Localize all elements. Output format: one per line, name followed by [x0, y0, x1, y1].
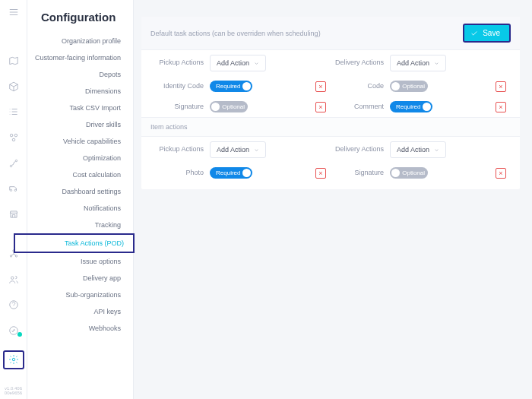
nav-task-csv[interactable]: Task CSV Import	[27, 100, 133, 116]
nav-depots[interactable]: Depots	[27, 66, 133, 83]
comment-label: Comment	[331, 103, 384, 111]
nav-notifications[interactable]: Notifications	[27, 200, 133, 217]
nav-optimization[interactable]: Optimization	[27, 150, 133, 166]
nav-dashboard-settings[interactable]: Dashboard settings	[27, 183, 133, 200]
delete-item-signature[interactable]: ×	[496, 168, 506, 179]
add-pickup-action-dropdown[interactable]: Add Action	[210, 55, 266, 71]
delivery-actions-label: Delivery Actions	[331, 59, 384, 67]
add-item-pickup-action-dropdown[interactable]: Add Action	[210, 141, 266, 158]
route-icon[interactable]	[7, 157, 21, 169]
settings-icon[interactable]	[3, 350, 24, 369]
vehicle-icon[interactable]	[7, 183, 21, 195]
delete-comment[interactable]: ×	[496, 102, 506, 112]
list-icon[interactable]	[7, 106, 21, 118]
item-signature-toggle[interactable]: Optional	[390, 167, 428, 179]
svg-point-2	[12, 138, 15, 141]
nav-task-actions-pod[interactable]: Task Actions (POD)	[14, 233, 135, 253]
notification-dot	[17, 332, 22, 337]
page-title: Configuration	[27, 0, 133, 33]
map-icon[interactable]	[7, 55, 21, 67]
nav-cost-calculation[interactable]: Cost calculation	[27, 166, 133, 183]
check-icon	[470, 30, 478, 37]
svg-point-1	[14, 134, 17, 137]
comment-toggle[interactable]: Required	[390, 101, 432, 112]
config-sidebar: Configuration Organization profile Custo…	[27, 0, 134, 399]
identity-code-toggle[interactable]: Required	[210, 81, 252, 92]
help-icon[interactable]	[7, 299, 21, 311]
task-actions-panel: Default task actions (can be overriden w…	[141, 17, 520, 189]
pickup-actions-label: Pickup Actions	[150, 59, 204, 67]
item-delivery-actions-label: Delivery Actions	[331, 146, 384, 154]
item-pickup-actions-label: Pickup Actions	[150, 146, 204, 154]
signature-label: Signature	[150, 103, 204, 111]
package-icon[interactable]	[7, 81, 21, 93]
config-nav: Organization profile Customer-facing inf…	[27, 33, 133, 337]
delete-photo[interactable]: ×	[315, 168, 326, 179]
default-actions-title: Default task actions (can be overriden w…	[150, 30, 321, 37]
code-toggle[interactable]: Optional	[390, 81, 428, 92]
nav-issue-options[interactable]: Issue options	[27, 253, 133, 270]
drivers-icon[interactable]	[7, 131, 21, 144]
svg-point-8	[11, 276, 14, 279]
nav-sub-orgs[interactable]: Sub-organizations	[27, 287, 133, 303]
delete-code[interactable]: ×	[496, 81, 506, 92]
icon-rail: v1.0.40600e9656	[0, 0, 27, 399]
item-actions-header: Item actions	[141, 117, 520, 137]
svg-point-4	[15, 160, 17, 161]
chevron-down-icon	[254, 147, 259, 153]
store-icon[interactable]	[7, 208, 21, 220]
chevron-down-icon	[254, 61, 259, 66]
chevron-down-icon	[434, 147, 439, 153]
item-signature-label: Signature	[331, 169, 384, 177]
menu-icon[interactable]	[7, 6, 21, 18]
nav-webhooks[interactable]: Webhooks	[27, 320, 133, 337]
nav-customer-facing[interactable]: Customer-facing information	[27, 49, 133, 66]
nav-driver-skills[interactable]: Driver skills	[27, 116, 133, 133]
add-delivery-action-dropdown[interactable]: Add Action	[390, 55, 446, 71]
photo-toggle[interactable]: Required	[210, 167, 252, 179]
svg-point-3	[10, 165, 11, 166]
delete-identity-code[interactable]: ×	[315, 81, 326, 92]
photo-label: Photo	[150, 169, 204, 177]
signature-pickup-toggle[interactable]: Optional	[210, 101, 248, 112]
nav-dimensions[interactable]: Dimensions	[27, 83, 133, 100]
nav-organization-profile[interactable]: Organization profile	[27, 33, 133, 49]
default-actions-header: Default task actions (can be overriden w…	[141, 17, 520, 50]
code-label: Code	[331, 83, 384, 90]
users-icon[interactable]	[7, 274, 21, 286]
nav-vehicle-capabilities[interactable]: Vehicle capabilities	[27, 133, 133, 150]
nav-tracking[interactable]: Tracking	[27, 217, 133, 233]
version-text: v1.0.40600e9656	[5, 386, 22, 396]
save-button[interactable]: Save	[463, 24, 511, 43]
svg-point-11	[12, 359, 15, 362]
identity-code-label: Identity Code	[150, 83, 204, 90]
delete-signature-pickup[interactable]: ×	[315, 102, 326, 112]
nav-delivery-app[interactable]: Delivery app	[27, 270, 133, 287]
nav-api-keys[interactable]: API keys	[27, 303, 133, 320]
chevron-down-icon	[434, 61, 439, 66]
add-item-delivery-action-dropdown[interactable]: Add Action	[390, 141, 446, 158]
svg-point-0	[10, 134, 13, 137]
main-content: Default task actions (can be overriden w…	[134, 0, 532, 399]
